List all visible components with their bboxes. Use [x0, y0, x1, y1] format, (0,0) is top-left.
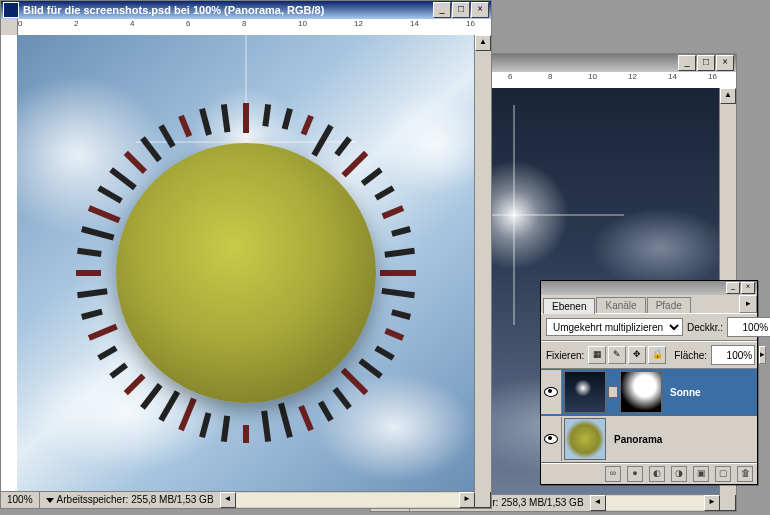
layer-mask-button[interactable]: ◐	[649, 466, 665, 482]
opacity-label: Deckkr.:	[687, 322, 723, 333]
close-button[interactable]: ×	[716, 55, 734, 71]
palette-tabs: Ebenen Kanäle Pfade ▸	[541, 295, 757, 313]
cloud-graphic	[315, 372, 475, 482]
cloud-graphic	[375, 95, 475, 195]
layer-style-button[interactable]: ●	[627, 466, 643, 482]
palette-close-button[interactable]: ×	[741, 282, 755, 294]
lock-position-button[interactable]: ✥	[628, 346, 646, 364]
scroll-left-button[interactable]: ◄	[590, 495, 606, 511]
tab-kanaele[interactable]: Kanäle	[596, 297, 645, 313]
layer-sonne[interactable]: Sonne	[541, 369, 757, 416]
scroll-track[interactable]	[606, 496, 704, 510]
scroll-track[interactable]	[236, 493, 459, 507]
status-bar: 100% Arbeitsspeicher: 255,8 MB/1,53 GB ◄…	[1, 491, 475, 508]
scroll-right-button[interactable]: ►	[459, 492, 475, 508]
blend-opacity-row: Umgekehrt multiplizieren Deckkr.: ▸	[541, 313, 757, 341]
new-group-button[interactable]: ▣	[693, 466, 709, 482]
horizontal-ruler[interactable]: 0246810121416	[1, 19, 491, 36]
layer-thumbnails	[562, 369, 664, 415]
fill-flyout-button[interactable]: ▸	[759, 346, 766, 364]
vertical-ruler[interactable]	[1, 35, 18, 492]
window-title: Bild für die screenshots.psd bei 100% (P…	[23, 4, 433, 16]
titlebar[interactable]: Bild für die screenshots.psd bei 100% (P…	[1, 1, 491, 19]
scroll-right-button[interactable]: ►	[704, 495, 720, 511]
status-label: Arbeitsspeicher:	[57, 492, 129, 508]
fill-field[interactable]	[711, 345, 755, 365]
fill-label: Fläche:	[674, 350, 707, 361]
lock-transparency-button[interactable]: ▦	[588, 346, 606, 364]
maximize-button[interactable]: □	[452, 2, 470, 18]
document-window-panorama[interactable]: Bild für die screenshots.psd bei 100% (P…	[0, 0, 492, 509]
tab-pfade[interactable]: Pfade	[647, 297, 691, 313]
zoom-field[interactable]: 100%	[1, 492, 40, 508]
lock-pixels-button[interactable]: ✎	[608, 346, 626, 364]
minimize-button[interactable]: _	[678, 55, 696, 71]
layer-name[interactable]: Panorama	[608, 434, 757, 445]
eye-icon	[544, 387, 558, 397]
scroll-up-button[interactable]: ▲	[475, 35, 491, 51]
chevron-down-icon	[46, 498, 54, 503]
visibility-toggle[interactable]	[541, 370, 562, 414]
link-layers-button[interactable]: ∞	[605, 466, 621, 482]
layers-palette[interactable]: _ × Ebenen Kanäle Pfade ▸ Umgekehrt mult…	[540, 280, 758, 485]
palette-footer: ∞ ● ◐ ◑ ▣ ▢ 🗑	[541, 463, 757, 484]
scroll-up-button[interactable]: ▲	[720, 88, 736, 104]
blend-mode-select[interactable]: Umgekehrt multiplizieren	[546, 318, 683, 336]
palette-minimize-button[interactable]: _	[726, 282, 740, 294]
visibility-toggle[interactable]	[541, 417, 562, 461]
palette-menu-button[interactable]: ▸	[739, 295, 757, 313]
close-button[interactable]: ×	[471, 2, 489, 18]
layer-name[interactable]: Sonne	[664, 387, 757, 398]
lock-label: Fixieren:	[546, 350, 584, 361]
lock-buttons: ▦ ✎ ✥ 🔒	[588, 346, 666, 364]
status-value: 255,8 MB/1,53 GB	[131, 492, 213, 508]
app-icon	[3, 2, 19, 18]
planet-graphic	[116, 143, 376, 403]
tab-ebenen[interactable]: Ebenen	[543, 298, 595, 314]
new-layer-button[interactable]: ▢	[715, 466, 731, 482]
eye-icon	[544, 434, 558, 444]
lock-fill-row: Fixieren: ▦ ✎ ✥ 🔒 Fläche: ▸	[541, 341, 757, 369]
layer-thumbnails	[562, 416, 608, 462]
maximize-button[interactable]: □	[697, 55, 715, 71]
ruler-origin[interactable]	[1, 19, 18, 35]
link-mask-icon[interactable]	[608, 386, 618, 398]
layer-thumbnail[interactable]	[564, 418, 606, 460]
status-info[interactable]: Arbeitsspeicher: 255,8 MB/1,53 GB	[40, 492, 220, 508]
window-buttons: _ □ ×	[433, 2, 489, 18]
lock-all-button[interactable]: 🔒	[648, 346, 666, 364]
adjustment-layer-button[interactable]: ◑	[671, 466, 687, 482]
minimize-button[interactable]: _	[433, 2, 451, 18]
window-buttons: _ □ ×	[678, 55, 734, 71]
cloud-graphic	[590, 208, 720, 288]
vertical-scrollbar[interactable]: ▲	[474, 35, 491, 492]
layer-panorama[interactable]: Panorama	[541, 416, 757, 463]
scroll-left-button[interactable]: ◄	[220, 492, 236, 508]
canvas[interactable]	[17, 35, 475, 492]
palette-titlebar[interactable]: _ ×	[541, 281, 757, 295]
layer-thumbnail[interactable]	[564, 371, 606, 413]
layers-list[interactable]: Sonne Panorama	[541, 369, 757, 463]
delete-layer-button[interactable]: 🗑	[737, 466, 753, 482]
mask-thumbnail[interactable]	[620, 371, 662, 413]
opacity-field[interactable]	[727, 317, 770, 337]
status-value: 258,3 MB/1,53 GB	[501, 495, 583, 511]
